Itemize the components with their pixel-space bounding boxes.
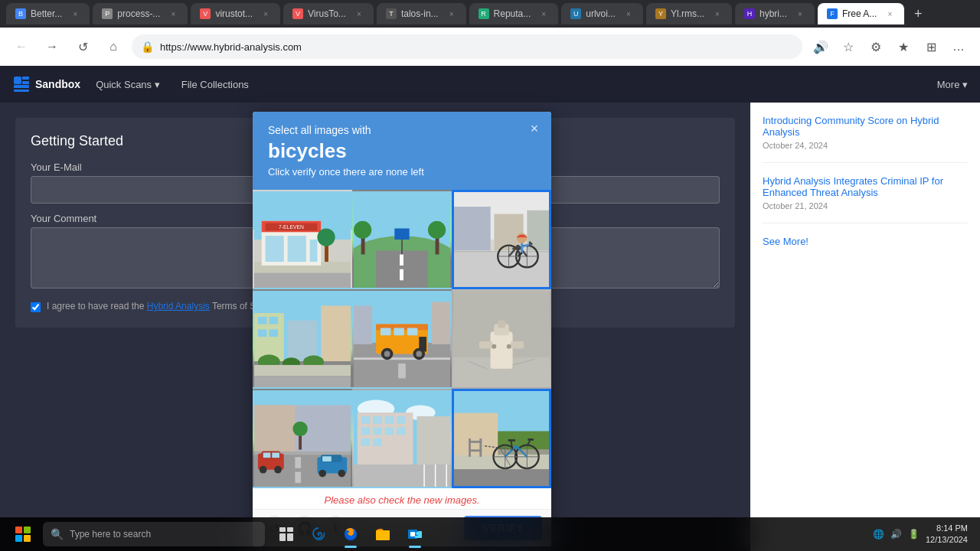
captcha-dialog: Select all images with bicycles Click ve… xyxy=(253,112,551,546)
terms-checkbox[interactable] xyxy=(31,302,41,312)
favorites-button[interactable]: ★ xyxy=(891,34,916,59)
tab-8[interactable]: Y Yl.rms... × xyxy=(646,3,732,24)
battery-icon[interactable]: 🔋 xyxy=(908,529,920,540)
tab-4[interactable]: V VirusTo... × xyxy=(283,3,374,24)
home-button[interactable]: ⌂ xyxy=(101,34,126,59)
tab-1[interactable]: B Better... × xyxy=(6,3,90,24)
start-button[interactable] xyxy=(6,517,40,551)
new-tab-button[interactable]: + xyxy=(907,3,929,24)
nav-file-collections[interactable]: File Collections xyxy=(175,76,255,93)
svg-rect-60 xyxy=(258,329,267,337)
tab-5[interactable]: T talos-in... × xyxy=(377,3,466,24)
address-bar[interactable]: 🔒 https://www.hybrid-analysis.com xyxy=(132,34,802,59)
nav-quick-scans[interactable]: Quick Scans ▾ xyxy=(90,76,166,93)
svg-rect-31 xyxy=(454,250,549,287)
captcha-image-6[interactable] xyxy=(452,289,551,389)
lock-icon: 🔒 xyxy=(141,41,154,53)
tab-6[interactable]: R Reputa... × xyxy=(469,3,559,24)
captcha-image-5[interactable] xyxy=(352,289,452,389)
task-view-icon xyxy=(278,526,295,543)
tab-3[interactable]: V virustot... × xyxy=(191,3,280,24)
system-clock[interactable]: 8:14 PM 12/13/2024 xyxy=(926,523,968,546)
back-button[interactable]: ← xyxy=(9,34,34,59)
tab-close-3[interactable]: × xyxy=(260,8,271,19)
news-date-1: October 24, 2024 xyxy=(763,141,968,150)
taskbar-app-edge[interactable] xyxy=(303,517,334,551)
svg-rect-2 xyxy=(22,81,29,84)
captcha-image-3[interactable] xyxy=(452,190,551,289)
refresh-button[interactable]: ↺ xyxy=(70,34,95,59)
taskbar-app-explorer[interactable] xyxy=(368,517,398,551)
captcha-image-1[interactable]: 7-ELEVEN xyxy=(253,190,352,289)
svg-point-91 xyxy=(492,344,496,349)
settings-button[interactable]: … xyxy=(946,34,971,59)
windows-logo-icon xyxy=(15,527,31,542)
forward-button[interactable]: → xyxy=(40,34,64,59)
captcha-image-9[interactable] xyxy=(452,389,551,488)
svg-rect-13 xyxy=(288,236,306,262)
svg-rect-112 xyxy=(322,456,332,461)
tab-10[interactable]: F Free A... × xyxy=(818,3,904,24)
bookmark-button[interactable]: ☆ xyxy=(836,34,861,59)
tab-9[interactable]: H hybri... × xyxy=(735,3,815,24)
tab-label-2: process-... xyxy=(117,8,160,19)
tab-label-6: Reputa... xyxy=(494,8,531,19)
svg-point-113 xyxy=(318,470,326,478)
svg-rect-127 xyxy=(361,439,371,446)
browser-chrome: B Better... × P process-... × V virustot… xyxy=(0,0,980,66)
extensions-button[interactable]: ⚙ xyxy=(864,34,888,59)
svg-rect-29 xyxy=(401,240,403,254)
captcha-image-8[interactable] xyxy=(352,389,452,488)
volume-icon[interactable]: 🔊 xyxy=(890,529,902,540)
tab-favicon-5: T xyxy=(386,8,397,19)
taskbar-app-firefox[interactable] xyxy=(335,517,366,551)
svg-rect-119 xyxy=(361,416,371,424)
taskbar-search[interactable]: 🔍 Type here to search xyxy=(43,522,265,546)
tab-7[interactable]: U urlvoi... × xyxy=(561,3,643,24)
svg-rect-90 xyxy=(511,341,524,349)
svg-rect-4 xyxy=(14,90,29,92)
captcha-image-2[interactable] xyxy=(352,190,452,289)
news-title-1[interactable]: Introducing Community Score on Hybrid An… xyxy=(763,115,968,138)
tab-close-7[interactable]: × xyxy=(623,8,634,19)
captcha-header: Select all images with bicycles Click ve… xyxy=(253,112,551,190)
tab-label-4: VirusTo... xyxy=(308,8,346,19)
captcha-image-7[interactable] xyxy=(253,389,352,488)
svg-point-78 xyxy=(384,351,390,357)
tab-favicon-9: H xyxy=(744,8,755,19)
tab-close-9[interactable]: × xyxy=(795,8,805,19)
tab-close-6[interactable]: × xyxy=(538,8,549,19)
network-icon[interactable]: 🌐 xyxy=(873,529,884,540)
tab-label-10: Free A... xyxy=(842,8,877,19)
svg-rect-124 xyxy=(373,427,382,435)
page-content: Sandbox Quick Scans ▾ File Collections M… xyxy=(0,66,980,551)
tab-close-4[interactable]: × xyxy=(354,8,364,19)
svg-rect-82 xyxy=(354,305,372,344)
tab-close-8[interactable]: × xyxy=(712,8,723,19)
split-button[interactable]: ⊞ xyxy=(919,34,943,59)
tab-close-5[interactable]: × xyxy=(446,8,457,19)
svg-rect-28 xyxy=(394,228,409,240)
tab-favicon-2: P xyxy=(102,8,113,19)
tab-close-2[interactable]: × xyxy=(168,8,178,19)
tab-close-1[interactable]: × xyxy=(70,8,80,19)
tab-favicon-8: Y xyxy=(655,8,666,19)
tab-favicon-1: B xyxy=(15,8,26,19)
file-explorer-icon xyxy=(374,526,391,543)
read-aloud-button[interactable]: 🔊 xyxy=(808,34,833,59)
terms-link[interactable]: Hybrid Analysis xyxy=(147,301,210,311)
see-more-link[interactable]: See More! xyxy=(763,236,968,247)
svg-rect-167 xyxy=(410,532,415,536)
svg-rect-103 xyxy=(295,472,301,484)
clock-date: 12/13/2024 xyxy=(926,534,968,546)
taskbar-app-outlook[interactable] xyxy=(400,517,430,551)
tab-bar: B Better... × P process-... × V virustot… xyxy=(0,0,980,28)
taskbar-app-taskview[interactable] xyxy=(271,517,302,551)
tab-2[interactable]: P process-... × xyxy=(93,3,188,24)
captcha-close-button[interactable]: × xyxy=(525,119,544,138)
captcha-image-4[interactable] xyxy=(253,289,352,389)
svg-rect-66 xyxy=(254,365,351,377)
tab-close-10[interactable]: × xyxy=(884,8,895,19)
nav-more[interactable]: More ▾ xyxy=(937,79,968,90)
news-title-2[interactable]: Hybrid Analysis Integrates Criminal IP f… xyxy=(763,175,968,198)
